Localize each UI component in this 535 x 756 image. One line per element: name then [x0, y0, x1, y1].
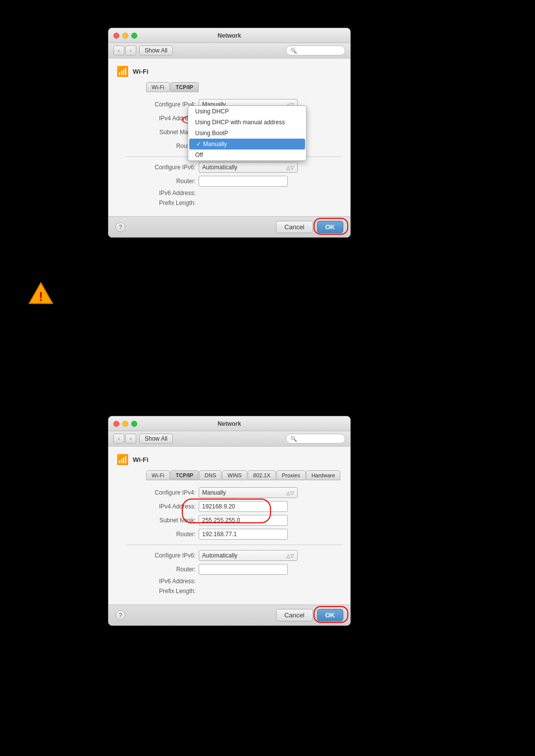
- subnet-mask-row-2: Subnet Mask:: [126, 515, 342, 526]
- subnet-mask-label-2: Subnet Mask:: [126, 517, 196, 524]
- window1-container: Network ‹ › Show All 🔍 📶 Wi-Fi Wi-Fi TCP…: [108, 28, 351, 238]
- router6-input-2[interactable]: [199, 564, 288, 575]
- tab-tcpip-1[interactable]: TCP/IP: [170, 82, 199, 92]
- section-divider-2: [126, 545, 342, 545]
- router-label-2: Router:: [126, 531, 196, 538]
- stepper-arrow-ipv6-1: △▽: [286, 165, 294, 170]
- router6-row-2: Router:: [126, 564, 342, 575]
- configure-ipv6-select-1[interactable]: Automatically △▽: [199, 162, 298, 173]
- ok-button-1[interactable]: OK: [317, 221, 344, 233]
- configure-ipv6-row-1: Configure IPv6: Automatically △▽: [126, 162, 342, 173]
- tab-8021x-2[interactable]: 802.1X: [248, 470, 276, 480]
- footer-2: ? Cancel OK: [108, 605, 350, 625]
- dropdown-item-bootp[interactable]: Using BootP: [188, 128, 306, 139]
- ipv6-address-row-2: IPv6 Address:: [126, 578, 342, 585]
- configure-ipv4-select-2[interactable]: Manually △▽: [199, 487, 298, 498]
- tabs-row-2: Wi-Fi TCP/IP DNS WINS 802.1X Proxies Har…: [146, 470, 342, 480]
- warning-icon: !: [27, 280, 54, 307]
- form-section-2: Configure IPv4: Manually △▽ IPv4 Address…: [126, 487, 342, 595]
- dropdown-item-dhcp-manual[interactable]: Using DHCP with manual address: [188, 117, 306, 128]
- minimize-button-1[interactable]: [122, 33, 128, 39]
- dropdown-menu-1: Using DHCP Using DHCP with manual addres…: [188, 105, 307, 161]
- search-icon-1: 🔍: [290, 48, 297, 54]
- tab-dns-2[interactable]: DNS: [199, 470, 221, 480]
- configure-ipv4-value-2: Manually: [202, 489, 226, 496]
- wifi-label-1: Wi-Fi: [133, 68, 149, 75]
- tab-hardware-2[interactable]: Hardware: [306, 470, 341, 480]
- footer-buttons-2: Cancel OK: [276, 609, 343, 621]
- toolbar-1: ‹ › Show All 🔍: [108, 43, 350, 58]
- dropdown-item-manually[interactable]: ✓ Manually: [189, 139, 305, 150]
- search-box-2[interactable]: 🔍: [286, 434, 345, 444]
- prefix-length-row-2: Prefix Length:: [126, 588, 342, 595]
- wifi-header-2: 📶 Wi-Fi: [116, 454, 342, 465]
- prefix-length-row-1: Prefix Length:: [126, 200, 342, 206]
- configure-ipv6-select-2[interactable]: Automatically △▽: [199, 550, 298, 561]
- wifi-icon-2: 📶: [116, 454, 129, 465]
- configure-ipv6-label-2: Configure IPv6:: [126, 552, 196, 559]
- show-all-button-2[interactable]: Show All: [139, 434, 173, 444]
- wifi-icon-1: 📶: [116, 65, 129, 77]
- router6-label-1: Router:: [126, 178, 196, 185]
- traffic-lights-2: [113, 421, 137, 427]
- router6-input-1[interactable]: [199, 176, 288, 187]
- tab-wifi-2[interactable]: Wi-Fi: [146, 470, 170, 480]
- tab-wins-2[interactable]: WINS: [222, 470, 247, 480]
- router-input-2[interactable]: [199, 529, 288, 540]
- content-area-2: 📶 Wi-Fi Wi-Fi TCP/IP DNS WINS 802.1X Pro…: [108, 447, 350, 605]
- titlebar-2: Network: [108, 416, 350, 431]
- router-row-2: Router:: [126, 529, 342, 540]
- nav-buttons-2: ‹ ›: [113, 434, 136, 444]
- warning-section: !: [27, 280, 54, 307]
- nav-buttons-1: ‹ ›: [113, 46, 136, 55]
- ok-button-2[interactable]: OK: [317, 609, 344, 621]
- back-button-2[interactable]: ‹: [113, 434, 124, 444]
- help-button-2[interactable]: ?: [115, 610, 125, 620]
- minimize-button-2[interactable]: [122, 421, 128, 427]
- toolbar-2: ‹ › Show All 🔍: [108, 431, 350, 447]
- dropdown-item-dhcp[interactable]: Using DHCP: [188, 106, 306, 117]
- router-label-1: Router:: [126, 143, 196, 150]
- window2-container: Network ‹ › Show All 🔍 📶 Wi-Fi Wi-Fi TCP…: [108, 416, 351, 626]
- help-button-1[interactable]: ?: [115, 222, 125, 232]
- search-box-1[interactable]: 🔍: [286, 46, 345, 55]
- stepper-arrow-ipv6-2: △▽: [286, 553, 294, 558]
- ipv6-address-label-2: IPv6 Address:: [126, 578, 196, 585]
- tab-wifi-1[interactable]: Wi-Fi: [146, 82, 170, 92]
- show-all-button-1[interactable]: Show All: [139, 46, 173, 55]
- wifi-header-1: 📶 Wi-Fi: [116, 65, 342, 77]
- cancel-button-1[interactable]: Cancel: [276, 221, 313, 233]
- maximize-button-1[interactable]: [131, 33, 137, 39]
- dropdown-manually-label: Manually: [203, 141, 227, 148]
- configure-ipv6-value-1: Automatically: [202, 164, 237, 171]
- forward-button-1[interactable]: ›: [125, 46, 136, 55]
- forward-button-2[interactable]: ›: [125, 434, 136, 444]
- ipv6-address-row-1: IPv6 Address:: [126, 190, 342, 197]
- check-icon: ✓: [196, 141, 201, 148]
- prefix-length-label-2: Prefix Length:: [126, 588, 196, 595]
- ipv4-address-label-1: IPv4 Address:: [126, 115, 196, 122]
- maximize-button-2[interactable]: [131, 421, 137, 427]
- traffic-lights-1: [113, 33, 137, 39]
- back-button-1[interactable]: ‹: [113, 46, 124, 55]
- tab-proxies-2[interactable]: Proxies: [276, 470, 306, 480]
- window-title-1: Network: [217, 32, 241, 39]
- ipv6-address-label-1: IPv6 Address:: [126, 190, 196, 197]
- close-button-1[interactable]: [113, 33, 119, 39]
- stepper-arrow-2: △▽: [286, 490, 294, 496]
- subnet-mask-label-1: Subnet Mask:: [126, 129, 196, 136]
- close-button-2[interactable]: [113, 421, 119, 427]
- configure-ipv6-label-1: Configure IPv6:: [126, 164, 196, 171]
- cancel-button-2[interactable]: Cancel: [276, 609, 313, 621]
- configure-ipv4-label-2: Configure IPv4:: [126, 489, 196, 496]
- configure-ipv6-value-2: Automatically: [202, 552, 237, 559]
- dropdown-item-off[interactable]: Off: [188, 150, 306, 160]
- prefix-length-label-1: Prefix Length:: [126, 200, 196, 206]
- ipv4-address-input-2[interactable]: [199, 501, 288, 512]
- svg-text:!: !: [39, 290, 43, 303]
- subnet-mask-input-2[interactable]: [199, 515, 288, 526]
- configure-ipv6-row-2: Configure IPv6: Automatically △▽: [126, 550, 342, 561]
- footer-buttons-1: Cancel OK: [276, 221, 343, 233]
- window1: Network ‹ › Show All 🔍 📶 Wi-Fi Wi-Fi TCP…: [108, 28, 351, 238]
- tab-tcpip-2[interactable]: TCP/IP: [170, 470, 199, 480]
